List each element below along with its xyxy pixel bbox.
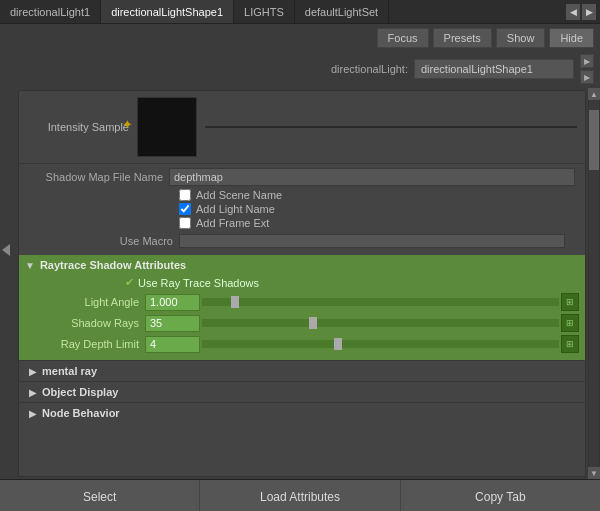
light-field-input[interactable]: [414, 59, 574, 79]
main-panel: ✦ Intensity Sample Shadow Map File Name …: [18, 90, 586, 477]
shadow-rays-slider[interactable]: [202, 319, 559, 327]
ray-depth-limit-controls: ⊞: [145, 335, 579, 353]
scroll-up-button[interactable]: ▲: [588, 88, 600, 100]
object-display-collapse-icon: ▶: [29, 387, 37, 398]
scroll-track[interactable]: [589, 100, 599, 467]
tab-default-light-set[interactable]: defaultLightSet: [295, 0, 389, 23]
bottom-toolbar: Select Load Attributes Copy Tab: [0, 479, 600, 511]
use-macro-input[interactable]: [179, 234, 565, 248]
node-behavior-title: Node Behavior: [42, 407, 120, 419]
shadow-map-file-row: Shadow Map File Name: [29, 168, 575, 186]
shadow-rays-label: Shadow Rays: [25, 317, 145, 329]
raytrace-header[interactable]: ▼ Raytrace Shadow Attributes: [25, 259, 579, 271]
intensity-slider[interactable]: [205, 126, 577, 128]
hide-button[interactable]: Hide: [549, 28, 594, 48]
use-macro-row: Use Macro: [29, 231, 575, 251]
add-scene-name-row: Add Scene Name: [29, 189, 575, 201]
raytrace-title: Raytrace Shadow Attributes: [40, 259, 186, 271]
mental-ray-collapse-icon: ▶: [29, 366, 37, 377]
object-display-title: Object Display: [42, 386, 118, 398]
light-angle-input[interactable]: [145, 294, 200, 311]
scrollbar: ▲ ▼: [588, 88, 600, 479]
scroll-thumb: [589, 110, 599, 170]
intensity-sparkle-icon: ✦: [122, 117, 133, 132]
node-behavior-section[interactable]: ▶ Node Behavior: [19, 402, 585, 423]
focus-button[interactable]: Focus: [377, 28, 429, 48]
add-light-name-checkbox[interactable]: [179, 203, 191, 215]
light-field-down-arrow[interactable]: ▶: [580, 70, 594, 84]
tab-next-button[interactable]: ▶: [582, 4, 596, 20]
ray-depth-limit-input[interactable]: [145, 336, 200, 353]
use-ray-trace-label: Use Ray Trace Shadows: [138, 277, 259, 289]
ray-depth-limit-extra-btn[interactable]: ⊞: [561, 335, 579, 353]
light-angle-slider[interactable]: [202, 298, 559, 306]
mental-ray-section[interactable]: ▶ mental ray: [19, 360, 585, 381]
object-display-section[interactable]: ▶ Object Display: [19, 381, 585, 402]
shadow-map-file-input[interactable]: [169, 168, 575, 186]
use-ray-trace-checkmark: ✔: [125, 276, 134, 289]
use-macro-label: Use Macro: [39, 235, 179, 247]
add-light-name-label: Add Light Name: [196, 203, 275, 215]
add-frame-ext-checkbox[interactable]: [179, 217, 191, 229]
shadow-rays-row: Shadow Rays ⊞: [25, 314, 579, 332]
tab-bar: directionalLight1 directionalLightShape1…: [0, 0, 600, 24]
tab-prev-button[interactable]: ◀: [566, 4, 580, 20]
tab-directional-light-shape1[interactable]: directionalLightShape1: [101, 0, 234, 23]
raytrace-section: ▼ Raytrace Shadow Attributes ✔ Use Ray T…: [19, 255, 585, 360]
add-light-name-row: Add Light Name: [29, 203, 575, 215]
show-button[interactable]: Show: [496, 28, 546, 48]
shadow-map-file-label: Shadow Map File Name: [29, 171, 169, 183]
left-arrow-icon: [2, 244, 10, 256]
ray-depth-limit-thumb: [334, 338, 342, 350]
add-frame-ext-label: Add Frame Ext: [196, 217, 269, 229]
use-ray-trace-row: ✔ Use Ray Trace Shadows: [25, 276, 579, 289]
shadow-rays-controls: ⊞: [145, 314, 579, 332]
copy-tab-button[interactable]: Copy Tab: [401, 480, 600, 511]
light-angle-label: Light Angle: [25, 296, 145, 308]
tab-navigation: ◀ ▶: [566, 4, 600, 20]
light-angle-thumb: [231, 296, 239, 308]
light-field-label: directionalLight:: [331, 63, 408, 75]
add-scene-name-checkbox[interactable]: [179, 189, 191, 201]
ray-depth-limit-slider[interactable]: [202, 340, 559, 348]
left-edge: [0, 88, 18, 479]
shadow-rays-input[interactable]: [145, 315, 200, 332]
light-angle-extra-btn[interactable]: ⊞: [561, 293, 579, 311]
shadow-map-section: Shadow Map File Name Add Scene Name Add …: [19, 164, 585, 253]
intensity-swatch[interactable]: [137, 97, 197, 157]
shadow-rays-thumb: [309, 317, 317, 329]
tab-lights[interactable]: LIGHTS: [234, 0, 295, 23]
tab-directional-light1[interactable]: directionalLight1: [0, 0, 101, 23]
light-angle-row: Light Angle ⊞: [25, 293, 579, 311]
ray-depth-limit-label: Ray Depth Limit: [25, 338, 145, 350]
presets-button[interactable]: Presets: [433, 28, 492, 48]
scroll-down-button[interactable]: ▼: [588, 467, 600, 479]
light-field-row: directionalLight: ▶ ▶: [0, 52, 600, 88]
node-behavior-collapse-icon: ▶: [29, 408, 37, 419]
intensity-label: Intensity Sample: [48, 121, 129, 133]
top-controls: Focus Presets Show Hide: [0, 24, 600, 52]
ray-depth-limit-row: Ray Depth Limit ⊞: [25, 335, 579, 353]
shadow-rays-extra-btn[interactable]: ⊞: [561, 314, 579, 332]
load-attributes-button[interactable]: Load Attributes: [200, 480, 400, 511]
mental-ray-title: mental ray: [42, 365, 97, 377]
intensity-section: ✦ Intensity Sample: [19, 91, 585, 164]
light-field-up-arrow[interactable]: ▶: [580, 54, 594, 68]
add-frame-ext-row: Add Frame Ext: [29, 217, 575, 229]
light-angle-controls: ⊞: [145, 293, 579, 311]
raytrace-collapse-icon: ▼: [25, 260, 35, 271]
select-button[interactable]: Select: [0, 480, 200, 511]
intensity-controls: [205, 126, 577, 128]
add-scene-name-label: Add Scene Name: [196, 189, 282, 201]
